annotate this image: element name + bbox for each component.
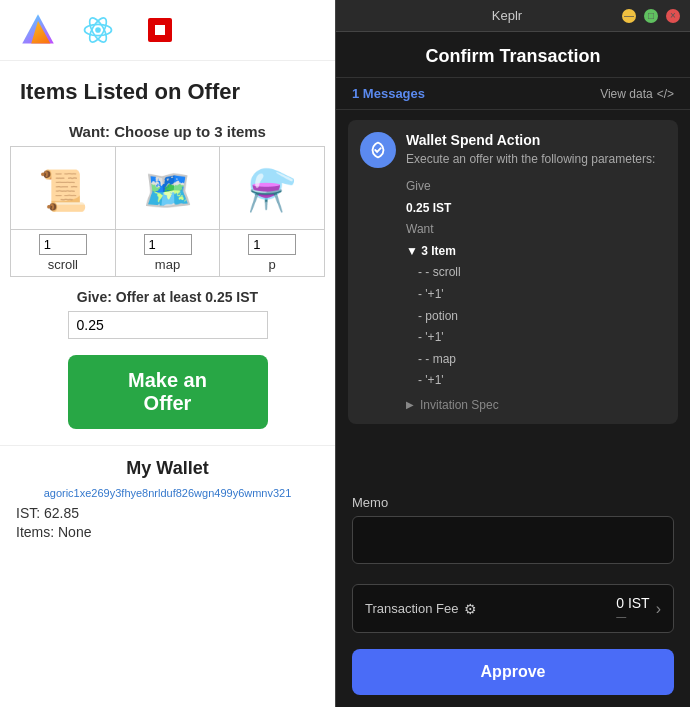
window-controls: — □ × [618,9,680,23]
fee-sub: — [616,611,649,622]
fee-value: 0 IST [616,595,649,611]
message-card: Wallet Spend Action Execute an offer wit… [348,120,678,424]
fee-chevron-icon: › [656,600,661,618]
map-image: 🗺️ [133,155,203,225]
card-title: Wallet Spend Action [406,132,655,148]
memo-section: Memo [336,483,690,576]
scroll-image: 📜 [28,155,98,225]
qty-cell-potion: p [220,230,324,276]
ist-balance: IST: 62.85 [16,505,335,521]
vite-icon [20,12,56,48]
invitation-spec-row[interactable]: ▶ Invitation Spec [360,398,666,412]
messages-number: 1 [352,86,359,101]
wallet-title: My Wallet [0,458,335,479]
code-icon: </> [657,87,674,101]
top-bar [0,0,335,61]
items-grid: 📜 🗺️ ⚗️ [10,146,325,230]
svg-point-5 [95,27,101,33]
invitation-spec-label: Invitation Spec [420,398,499,412]
card-top: Wallet Spend Action Execute an offer wit… [360,132,666,168]
items-balance: Items: None [16,524,335,540]
map-label: map [155,257,180,272]
react-icon [80,12,116,48]
approve-button[interactable]: Approve [352,649,674,695]
keplr-window-title: Keplr [396,8,618,23]
wallet-spend-icon [360,132,396,168]
gear-icon: ⚙ [464,601,477,617]
want-heading: Want: Choose up to 3 items [0,115,335,146]
card-detail: Give 0.25 IST Want ▼ 3 Item - - scroll -… [360,176,666,392]
item-cell-map: 🗺️ [116,147,221,229]
scroll-label: scroll [48,257,78,272]
give-amount-input[interactable] [68,311,268,339]
wallet-info: IST: 62.85 Items: None [0,505,335,540]
potion-qty-input[interactable] [248,234,296,255]
potion-label: p [269,257,276,272]
want-item-6: - '+1' [406,370,666,392]
potion-image: ⚗️ [237,155,307,225]
want-item-1: - - scroll [406,262,666,284]
map-qty-input[interactable] [144,234,192,255]
want-item-3: - potion [406,306,666,328]
scroll-qty-input[interactable] [39,234,87,255]
give-label: Give [406,176,666,198]
memo-input[interactable] [352,516,674,564]
give-value: 0.25 IST [406,198,666,220]
want-item-4: - '+1' [406,327,666,349]
maximize-button[interactable]: □ [644,9,658,23]
wallet-address: agoric1xe269y3fhye8nrlduf826wgn499y6wmnv… [0,487,335,499]
card-subtitle: Execute an offer with the following para… [406,151,655,168]
qty-cell-map: map [116,230,221,276]
item-cell-scroll: 📜 [11,147,116,229]
wallet-section: My Wallet agoric1xe269y3fhye8nrlduf826wg… [0,445,335,540]
red-square-icon [148,18,172,42]
qty-cell-scroll: scroll [11,230,116,276]
messages-count: 1 Messages [352,86,425,101]
messages-label: Messages [363,86,425,101]
web-app-panel: Items Listed on Offer Want: Choose up to… [0,0,335,707]
view-data-button[interactable]: View data </> [600,87,674,101]
close-button[interactable]: × [666,9,680,23]
spacer [336,434,690,483]
give-section: Give: Offer at least 0.25 IST [0,289,335,339]
fee-amount: 0 IST — › [616,595,661,622]
item-qty-row: scroll map p [10,230,325,277]
card-text: Wallet Spend Action Execute an offer wit… [406,132,655,168]
keplr-modal: Keplr — □ × Confirm Transaction 1 Messag… [335,0,690,707]
give-heading: Give: Offer at least 0.25 IST [0,289,335,305]
want-label: Want [406,219,666,241]
view-data-label: View data [600,87,652,101]
fee-row[interactable]: Transaction Fee ⚙ 0 IST — › [352,584,674,633]
want-item-2: - '+1' [406,284,666,306]
messages-bar: 1 Messages View data </> [336,78,690,110]
make-offer-button[interactable]: Make an Offer [68,355,268,429]
minimize-button[interactable]: — [622,9,636,23]
want-count: ▼ 3 Item [406,241,666,263]
page-title: Items Listed on Offer [0,61,335,115]
memo-label: Memo [352,495,674,510]
item-cell-potion: ⚗️ [220,147,324,229]
want-item-5: - - map [406,349,666,371]
fee-label: Transaction Fee ⚙ [365,601,477,617]
keplr-titlebar: Keplr — □ × [336,0,690,32]
fee-value-block: 0 IST — [616,595,649,622]
invitation-arrow-icon: ▶ [406,399,414,410]
confirm-transaction-header: Confirm Transaction [336,32,690,78]
fee-label-text: Transaction Fee [365,601,458,616]
